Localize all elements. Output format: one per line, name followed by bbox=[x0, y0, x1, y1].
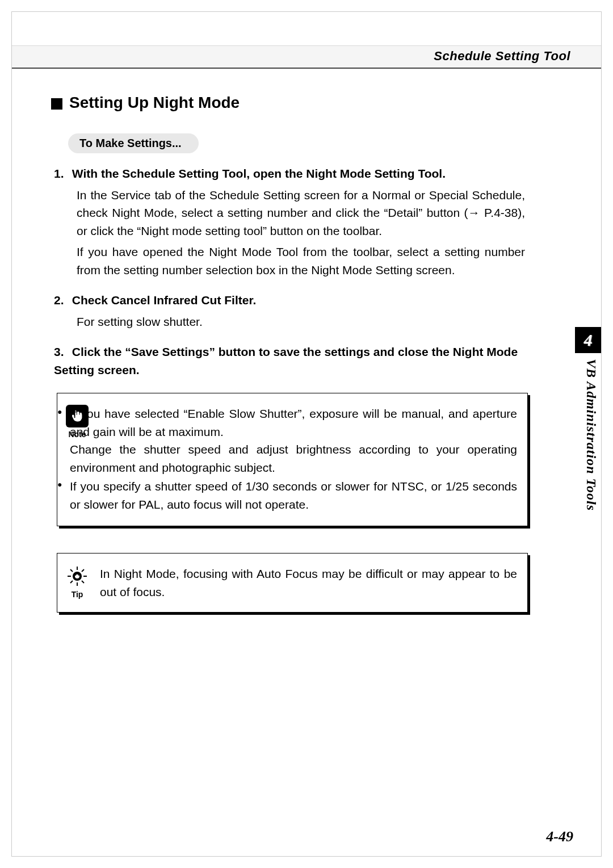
step-3-title: Click the “Save Settings” button to save… bbox=[54, 345, 518, 376]
step-3: 3. Click the “Save Settings” button to s… bbox=[54, 343, 525, 379]
section-title: Setting Up Night Mode bbox=[69, 94, 240, 112]
svg-line-6 bbox=[82, 581, 84, 583]
tip-label: Tip bbox=[63, 590, 91, 599]
page-number: 4-49 bbox=[546, 828, 573, 845]
step-3-number: 3. bbox=[54, 343, 69, 361]
steps-block: 1. With the Schedule Setting Tool, open … bbox=[54, 165, 525, 379]
svg-line-7 bbox=[82, 569, 84, 572]
chapter-tab: 4 bbox=[575, 327, 601, 353]
step-2-number: 2. bbox=[54, 291, 69, 309]
lightbulb-icon bbox=[66, 565, 89, 588]
note-item-2: If you specify a shutter speed of 1/30 s… bbox=[57, 477, 517, 513]
tip-icon bbox=[66, 565, 89, 588]
note-content: If you have selected “Enable Slow Shutte… bbox=[57, 393, 527, 526]
section-heading: Setting Up Night Mode bbox=[51, 94, 240, 112]
step-1-p2: If you have opened the Night Mode Tool f… bbox=[77, 243, 525, 279]
note-box: Note If you have selected “Enable Slow S… bbox=[57, 393, 528, 526]
note-item-1: If you have selected “Enable Slow Shutte… bbox=[57, 405, 517, 476]
svg-line-5 bbox=[70, 569, 73, 572]
step-2-p1: For setting slow shutter. bbox=[77, 313, 525, 331]
tip-content: In Night Mode, focusing with Auto Focus … bbox=[100, 553, 527, 612]
tip-icon-wrap: Tip bbox=[63, 565, 91, 599]
header-tool-name: Schedule Setting Tool bbox=[434, 49, 570, 64]
step-1: 1. With the Schedule Setting Tool, open … bbox=[54, 165, 525, 279]
step-1-number: 1. bbox=[54, 165, 69, 183]
svg-line-8 bbox=[70, 581, 73, 583]
step-2: 2. Check Cancel Infrared Cut Filter. For… bbox=[54, 291, 525, 330]
square-bullet-icon bbox=[51, 98, 62, 110]
step-2-title: Check Cancel Infrared Cut Filter. bbox=[72, 293, 256, 307]
chapter-title-side: VB Administration Tools bbox=[578, 359, 599, 643]
to-make-settings-label: To Make Settings... bbox=[68, 133, 199, 153]
tip-box: Tip In Night Mode, focusing with Auto Fo… bbox=[57, 553, 528, 613]
step-1-p1: In the Service tab of the Schedule Setti… bbox=[77, 186, 525, 240]
step-1-title: With the Schedule Setting Tool, open the… bbox=[72, 167, 446, 180]
